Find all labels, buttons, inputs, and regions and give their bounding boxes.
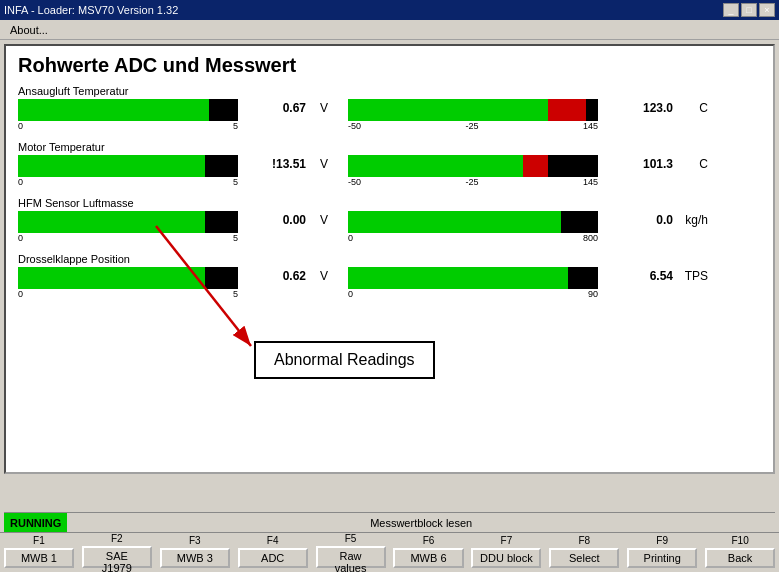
adc-bar-fill: [18, 267, 205, 289]
sensor-row: HFM Sensor Luftmasse 0 5 0.00 V: [18, 197, 761, 243]
fkey-button[interactable]: ADC: [238, 548, 308, 568]
fkey-button[interactable]: Printing: [627, 548, 697, 568]
messwert-unit: kg/h: [685, 213, 708, 227]
menu-bar: About...: [0, 20, 779, 40]
fkey-label: F5: [345, 533, 357, 544]
fkey-label: F10: [731, 535, 748, 546]
sensor-bars: 0 5 0.67 V -50 -25 145 123.0: [18, 99, 761, 131]
fkey-col: F9 Printing: [623, 533, 701, 572]
sensor-label: Motor Temperatur: [18, 141, 761, 153]
adc-bar-scale: 0 5: [18, 233, 238, 243]
fkey-button[interactable]: Select: [549, 548, 619, 568]
adc-bar-scale: 0 5: [18, 177, 238, 187]
sensor-rows: Ansaugluft Temperatur 0 5 0.67 V: [18, 85, 761, 299]
adc-bar-container: 0 5 0.00 V: [18, 211, 248, 243]
fkey-button[interactable]: MWB 3: [160, 548, 230, 568]
messwert-value: 123.0: [643, 101, 673, 115]
fkey-col: F6 MWB 6: [390, 533, 468, 572]
page-title: Rohwerte ADC und Messwert: [18, 54, 761, 77]
fkey-label: F6: [423, 535, 435, 546]
sensor-label: Drosselklappe Position: [18, 253, 761, 265]
fkey-col: F3 MWB 3: [156, 533, 234, 572]
adc-unit: V: [320, 269, 328, 283]
adc-bar-track: [18, 155, 238, 177]
fkey-col: F10 Back: [701, 533, 779, 572]
annotation-text: Abnormal Readings: [274, 351, 415, 368]
adc-value: 0.00: [283, 213, 306, 227]
status-running: RUNNING: [4, 513, 67, 532]
fkey-col: F7 DDU block: [467, 533, 545, 572]
title-bar: INFA - Loader: MSV70 Version 1.32 _ □ ×: [0, 0, 779, 20]
messwert-bar-scale: 0 800: [348, 233, 598, 243]
adc-bar-fill: [18, 211, 205, 233]
status-center-text: Messwertblock lesen: [67, 517, 775, 529]
adc-bar-container: 0 5 0.67 V: [18, 99, 248, 131]
maximize-button[interactable]: □: [741, 3, 757, 17]
fkey-button[interactable]: DDU block: [471, 548, 541, 568]
messwert-bar-scale: -50 -25 145: [348, 177, 598, 187]
fkey-col: F5 Raw values: [312, 533, 390, 572]
adc-unit: V: [320, 157, 328, 171]
messwert-bar-container: -50 -25 145 101.3 C: [348, 155, 628, 187]
fkey-button[interactable]: Raw values: [316, 546, 386, 568]
annotation-box: Abnormal Readings: [254, 341, 435, 379]
messwert-unit: TPS: [685, 269, 708, 283]
sensor-label: Ansaugluft Temperatur: [18, 85, 761, 97]
fkey-col: F1 MWB 1: [0, 533, 78, 572]
messwert-bar-container: 0 800 0.0 kg/h: [348, 211, 628, 243]
sensor-label: HFM Sensor Luftmasse: [18, 197, 761, 209]
fkey-button[interactable]: Back: [705, 548, 775, 568]
fkey-col: F4 ADC: [234, 533, 312, 572]
adc-bar-scale: 0 5: [18, 289, 238, 299]
window-controls[interactable]: _ □ ×: [723, 3, 775, 17]
fkey-bar: F1 MWB 1 F2 SAE J1979 F3 MWB 3 F4 ADC F5…: [0, 532, 779, 572]
fkey-label: F7: [501, 535, 513, 546]
close-button[interactable]: ×: [759, 3, 775, 17]
messwert-bar-track: [348, 99, 598, 121]
messwert-unit: C: [699, 101, 708, 115]
sensor-row: Ansaugluft Temperatur 0 5 0.67 V: [18, 85, 761, 131]
adc-value: 0.67: [283, 101, 306, 115]
status-bar: RUNNING Messwertblock lesen: [4, 512, 775, 532]
messwert-bar-track: [348, 155, 598, 177]
messwert-bar-track: [348, 267, 598, 289]
adc-bar-track: [18, 99, 238, 121]
fkey-button[interactable]: MWB 6: [393, 548, 463, 568]
adc-bar-container: 0 5 !13.51 V: [18, 155, 248, 187]
adc-bar-track: [18, 211, 238, 233]
adc-bar-track: [18, 267, 238, 289]
fkey-label: F2: [111, 533, 123, 544]
fkey-label: F9: [656, 535, 668, 546]
fkey-col: F8 Select: [545, 533, 623, 572]
sensor-bars: 0 5 0.62 V 0 90 6.54 TP: [18, 267, 761, 299]
messwert-value: 101.3: [643, 157, 673, 171]
adc-bar-scale: 0 5: [18, 121, 238, 131]
minimize-button[interactable]: _: [723, 3, 739, 17]
fkey-button[interactable]: MWB 1: [4, 548, 74, 568]
messwert-bar-container: 0 90 6.54 TPS: [348, 267, 628, 299]
fkey-label: F8: [578, 535, 590, 546]
messwert-bar-track: [348, 211, 598, 233]
adc-bar-fill: [18, 155, 205, 177]
sensor-row: Motor Temperatur 0 5 !13.51 V: [18, 141, 761, 187]
adc-bar-container: 0 5 0.62 V: [18, 267, 248, 299]
adc-unit: V: [320, 213, 328, 227]
window-title: INFA - Loader: MSV70 Version 1.32: [4, 4, 178, 16]
fkey-label: F1: [33, 535, 45, 546]
fkey-label: F3: [189, 535, 201, 546]
fkey-button[interactable]: SAE J1979: [82, 546, 152, 568]
messwert-bar-container: -50 -25 145 123.0 C: [348, 99, 628, 131]
sensor-row: Drosselklappe Position 0 5 0.62 V: [18, 253, 761, 299]
adc-unit: V: [320, 101, 328, 115]
sensor-bars: 0 5 !13.51 V -50 -25 145 101.3: [18, 155, 761, 187]
messwert-bar-scale: 0 90: [348, 289, 598, 299]
main-content: Rohwerte ADC und Messwert Ansaugluft Tem…: [4, 44, 775, 474]
messwert-value: 0.0: [656, 213, 673, 227]
menu-about[interactable]: About...: [4, 22, 54, 38]
adc-value: !13.51: [272, 157, 306, 171]
adc-bar-fill: [18, 99, 209, 121]
sensor-bars: 0 5 0.00 V 0 800 0.0 kg: [18, 211, 761, 243]
messwert-bar-scale: -50 -25 145: [348, 121, 598, 131]
messwert-unit: C: [699, 157, 708, 171]
adc-value: 0.62: [283, 269, 306, 283]
